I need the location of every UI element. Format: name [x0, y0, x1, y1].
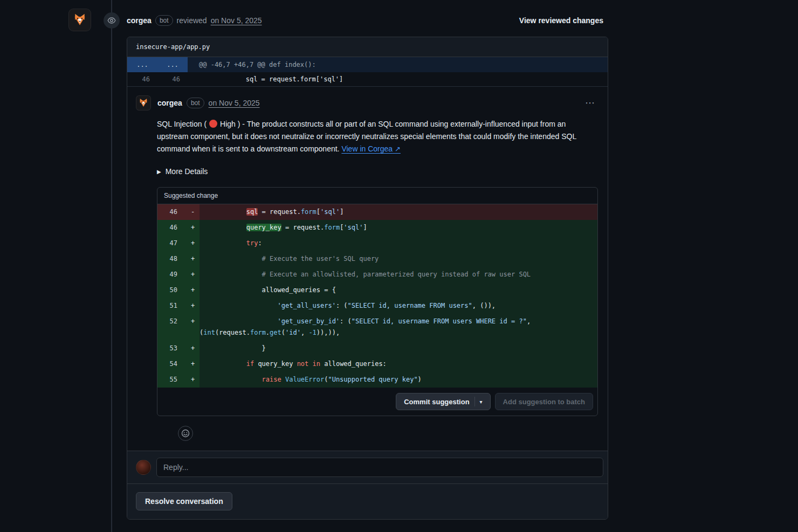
suggestion-diff-row: 46+ query_key = request.form['sql'] [157, 220, 597, 236]
hunk-gutter-dots-old: ... [127, 57, 157, 72]
new-line-number: 46 [157, 72, 188, 86]
diff-sign: + [187, 298, 200, 314]
diff-line-number: 48 [157, 251, 187, 267]
diff-code: sql = request.form['sql'] [200, 204, 597, 220]
suggestion-diff-row: 52+ 'get_user_by_id': ("SELECT id, usern… [157, 314, 597, 341]
diff-code: } [200, 341, 597, 356]
file-name-link[interactable]: insecure-app/app.py [136, 43, 210, 51]
diff-code: if query_key not in allowed_queries: [200, 356, 597, 372]
diff-code: allowed_queries = { [200, 282, 597, 298]
diff-line-number: 51 [157, 298, 187, 314]
reply-row [127, 451, 608, 483]
view-in-corgea-link[interactable]: View in Corgea ↗ [341, 144, 400, 153]
suggestion-diff-row: 51+ 'get_all_users': ("SELECT id, userna… [157, 298, 597, 314]
suggestion-actions: Commit suggestion ▾ Add suggestion to ba… [157, 388, 597, 416]
diff-sign: + [187, 267, 200, 282]
diff-line-number: 55 [157, 372, 187, 388]
suggestion-diff-row: 53+ } [157, 341, 597, 356]
smiley-icon [181, 429, 190, 438]
suggestion-title: Suggested change [157, 188, 597, 204]
diff-sign: + [187, 314, 200, 341]
comment-main: SQL Injection (High ) - The product cons… [157, 118, 598, 441]
hunk-gutter: ... ... [127, 57, 188, 72]
comment-header: corgea bot on Nov 5, 2025 ⋯ [136, 95, 598, 110]
kebab-menu-button[interactable]: ⋯ [582, 97, 598, 109]
commit-suggestion-button[interactable]: Commit suggestion ▾ [396, 393, 490, 410]
button-divider [474, 397, 475, 406]
suggested-change: Suggested change 46- sql = request.form[… [157, 187, 598, 416]
diff-sign: + [187, 236, 200, 251]
diff-code: query_key = request.form['sql'] [200, 220, 597, 236]
suggestion-diff-row: 54+ if query_key not in allowed_queries: [157, 356, 597, 372]
diff-hunk-row: ... ... @@ -46,7 +46,7 @@ def index(): [127, 57, 608, 72]
suggestion-diff-row: 49+ # Execute an allowlisted, parameteri… [157, 267, 597, 282]
comment-date-link[interactable]: on Nov 5, 2025 [209, 99, 260, 107]
bot-badge: bot [155, 15, 173, 26]
diff-code: 'get_user_by_id': ("SELECT id, username … [200, 314, 597, 341]
review-comment: corgea bot on Nov 5, 2025 ⋯ SQL Injectio… [127, 87, 608, 451]
comment-text-prefix: SQL Injection ( [157, 120, 207, 128]
suggestion-diff: 46- sql = request.form['sql']46+ query_k… [157, 204, 597, 388]
add-suggestion-to-batch-button[interactable]: Add suggestion to batch [495, 393, 593, 410]
diff-sign: + [187, 372, 200, 388]
diff-sign: - [187, 204, 200, 220]
review-action-text: reviewed [177, 16, 207, 25]
resolve-row: Resolve conversation [127, 483, 608, 519]
diff-line-number: 52 [157, 314, 187, 341]
external-link-icon: ↗ [395, 145, 401, 153]
context-code: sql = request.form['sql'] [188, 72, 343, 86]
diff-context-line: 46 46 sql = request.form['sql'] [127, 72, 608, 87]
suggestion-diff-row: 47+ try: [157, 236, 597, 251]
diff-line-number: 53 [157, 341, 187, 356]
view-in-corgea-label: View in Corgea [341, 144, 393, 153]
diff-sign: + [187, 220, 200, 236]
fox-logo-icon [72, 12, 87, 27]
comment-bot-badge: bot [187, 98, 204, 108]
diff-sign: + [187, 251, 200, 267]
review-date-link[interactable]: on Nov 5, 2025 [211, 16, 262, 25]
diff-line-number: 50 [157, 282, 187, 298]
emoji-reaction-button[interactable] [178, 426, 193, 441]
fox-logo-icon [138, 98, 149, 108]
user-avatar[interactable] [136, 460, 151, 475]
context-line-gutter: 46 46 [127, 72, 188, 86]
diff-line-number: 47 [157, 236, 187, 251]
suggestion-diff-row: 46- sql = request.form['sql'] [157, 204, 597, 220]
more-details: ▶ More Details [157, 166, 598, 177]
more-details-label: More Details [166, 166, 208, 177]
diff-line-number: 49 [157, 267, 187, 282]
review-thread-card: insecure-app/app.py ... ... @@ -46,7 +46… [127, 37, 608, 520]
old-line-number: 46 [127, 72, 157, 86]
diff-line-number: 54 [157, 356, 187, 372]
suggestion-diff-row: 50+ allowed_queries = { [157, 282, 597, 298]
hunk-gutter-dots-new: ... [157, 57, 188, 72]
diff-line-number: 46 [157, 204, 187, 220]
diff-code: # Execute the user's SQL query [200, 251, 597, 267]
diff-line-number: 46 [157, 220, 187, 236]
diff-code: try: [200, 236, 597, 251]
more-details-toggle[interactable]: ▶ More Details [157, 166, 598, 177]
comment-bot-avatar[interactable] [136, 95, 151, 110]
suggestion-diff-row: 48+ # Execute the user's SQL query [157, 251, 597, 267]
reply-input[interactable] [156, 458, 603, 477]
view-reviewed-changes-link[interactable]: View reviewed changes [519, 16, 603, 25]
diff-code: # Execute an allowlisted, parameterized … [200, 267, 597, 282]
comment-author[interactable]: corgea [157, 99, 182, 107]
review-author[interactable]: corgea [127, 16, 152, 25]
eye-icon [104, 12, 120, 29]
diff-sign: + [187, 356, 200, 372]
dropdown-caret-icon: ▾ [480, 399, 483, 405]
resolve-conversation-button[interactable]: Resolve conversation [136, 492, 232, 510]
hunk-header-text: @@ -46,7 +46,7 @@ def index(): [188, 57, 316, 72]
suggestion-diff-row: 55+ raise ValueError("Unsupported query … [157, 372, 597, 388]
review-header: corgea bot reviewed on Nov 5, 2025 View … [0, 0, 798, 32]
commit-suggestion-label: Commit suggestion [404, 398, 469, 406]
diff-code: raise ValueError("Unsupported query key"… [200, 372, 597, 388]
bot-avatar[interactable] [68, 9, 91, 31]
diff-sign: + [187, 282, 200, 298]
thread-footer: Resolve conversation [127, 451, 608, 519]
diff-code: 'get_all_users': ("SELECT id, username F… [200, 298, 597, 314]
comment-body: SQL Injection (High ) - The product cons… [157, 118, 580, 155]
triangle-icon: ▶ [157, 166, 161, 177]
diff-sign: + [187, 341, 200, 356]
